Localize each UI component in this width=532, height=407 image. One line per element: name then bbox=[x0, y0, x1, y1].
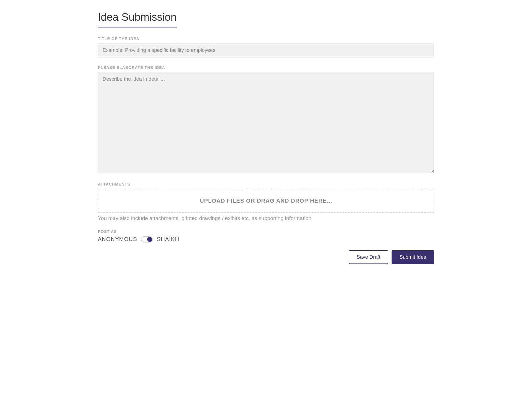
attachments-label: ATTACHMENTS bbox=[98, 182, 434, 186]
action-buttons: Save Draft Submit Idea bbox=[98, 250, 434, 264]
idea-elaborate-textarea[interactable] bbox=[98, 72, 434, 173]
elaborate-field-group: PLEASE ELABORATE THE IDEA bbox=[98, 65, 434, 174]
post-as-option-anonymous: ANONYMOUS bbox=[98, 236, 137, 242]
attachments-dropzone[interactable]: UPLOAD FILES OR DRAG AND DROP HERE... bbox=[98, 189, 434, 213]
attachments-helper: You may also include attachments, printe… bbox=[98, 215, 434, 221]
post-as-toggle[interactable] bbox=[141, 236, 153, 242]
idea-submission-form: Idea Submission TITLE OF THE IDEA PLEASE… bbox=[98, 11, 434, 264]
attachments-group: ATTACHMENTS UPLOAD FILES OR DRAG AND DRO… bbox=[98, 182, 434, 221]
page-title: Idea Submission bbox=[98, 11, 177, 27]
title-field-group: TITLE OF THE IDEA bbox=[98, 36, 434, 57]
idea-title-input[interactable] bbox=[98, 43, 434, 57]
post-as-group: POST AS ANONYMOUS SHAIKH bbox=[98, 229, 434, 242]
dropzone-text: UPLOAD FILES OR DRAG AND DROP HERE... bbox=[200, 198, 332, 204]
post-as-option-user: SHAIKH bbox=[157, 236, 179, 242]
post-as-label: POST AS bbox=[98, 229, 434, 234]
toggle-knob-icon bbox=[147, 237, 152, 242]
submit-idea-button[interactable]: Submit Idea bbox=[392, 250, 434, 264]
post-as-row: ANONYMOUS SHAIKH bbox=[98, 236, 434, 242]
title-label: TITLE OF THE IDEA bbox=[98, 36, 434, 41]
save-draft-button[interactable]: Save Draft bbox=[349, 250, 388, 264]
elaborate-label: PLEASE ELABORATE THE IDEA bbox=[98, 65, 434, 70]
